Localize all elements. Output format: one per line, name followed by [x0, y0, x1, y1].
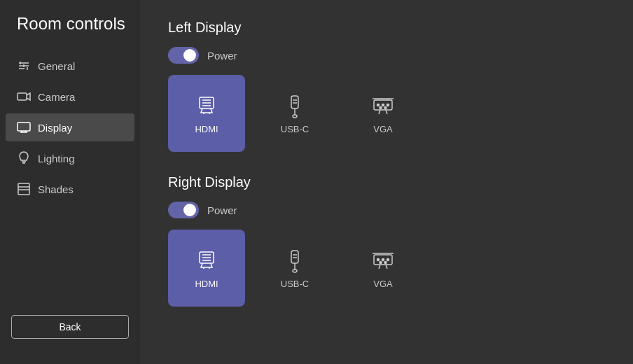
- sidebar-footer: Back: [0, 304, 140, 350]
- svg-point-33: [384, 106, 387, 108]
- right-power-toggle[interactable]: [168, 202, 199, 218]
- right-display-title: Right Display: [168, 174, 605, 190]
- right-vga-label: VGA: [373, 279, 392, 289]
- right-toggle-track: [168, 202, 199, 218]
- right-hdmi-label: HDMI: [195, 279, 218, 289]
- svg-point-24: [293, 115, 297, 118]
- sidebar-item-lighting[interactable]: Lighting: [6, 144, 134, 172]
- sidebar-item-shades[interactable]: Shades: [6, 175, 134, 203]
- left-toggle-track: [168, 47, 199, 64]
- vga-icon: [370, 93, 396, 118]
- svg-point-30: [382, 104, 384, 106]
- left-usbc-label: USB-C: [281, 124, 309, 134]
- svg-point-53: [384, 261, 387, 263]
- right-input-grid: HDMI USB-C: [168, 230, 605, 307]
- left-input-grid: HDMI USB-C: [168, 75, 605, 152]
- right-vga-card[interactable]: VGA: [345, 230, 422, 307]
- sidebar-item-display[interactable]: Display: [6, 113, 134, 141]
- svg-point-29: [377, 104, 380, 106]
- right-toggle-thumb: [183, 204, 196, 216]
- hdmi-icon: [194, 93, 219, 118]
- svg-point-51: [387, 258, 389, 260]
- sidebar-item-general-label: General: [38, 60, 75, 72]
- left-usbc-card[interactable]: USB-C: [256, 75, 333, 152]
- right-hdmi-card[interactable]: HDMI: [168, 230, 245, 307]
- right-display-section: Right Display Power: [168, 174, 605, 307]
- sidebar-nav: General Camera: [0, 50, 140, 304]
- usbc-icon: [282, 93, 307, 118]
- svg-point-31: [387, 104, 389, 106]
- left-power-toggle[interactable]: [168, 47, 199, 64]
- main-content: Left Display Power: [140, 0, 633, 364]
- right-hdmi-icon: [194, 248, 219, 273]
- left-power-label: Power: [207, 50, 237, 62]
- svg-rect-7: [18, 122, 30, 131]
- left-power-row: Power: [168, 47, 605, 64]
- left-hdmi-label: HDMI: [195, 124, 218, 134]
- right-usbc-card[interactable]: USB-C: [256, 230, 333, 307]
- svg-point-50: [382, 258, 384, 260]
- left-toggle-thumb: [183, 49, 196, 62]
- lighting-icon: [17, 151, 31, 165]
- svg-rect-22: [291, 96, 298, 108]
- sidebar-item-display-label: Display: [38, 122, 72, 134]
- svg-rect-42: [291, 251, 298, 263]
- right-usbc-icon: [282, 248, 307, 273]
- camera-icon: [17, 90, 31, 104]
- app-title: Room controls: [0, 14, 140, 50]
- right-usbc-label: USB-C: [281, 279, 309, 289]
- left-vga-label: VGA: [373, 124, 392, 134]
- svg-rect-6: [18, 93, 27, 100]
- svg-line-34: [379, 110, 380, 114]
- left-display-section: Left Display Power: [168, 20, 605, 152]
- sidebar-item-camera-label: Camera: [38, 91, 75, 103]
- svg-line-54: [379, 265, 380, 269]
- svg-point-49: [377, 258, 380, 260]
- display-icon: [17, 120, 31, 134]
- sidebar-item-lighting-label: Lighting: [38, 153, 75, 164]
- sidebar: Room controls General: [0, 0, 140, 364]
- sidebar-item-camera[interactable]: Camera: [6, 83, 134, 111]
- right-vga-icon: [370, 248, 396, 273]
- general-icon: [17, 59, 31, 73]
- svg-point-52: [380, 261, 382, 263]
- svg-point-44: [293, 270, 297, 272]
- svg-point-32: [380, 106, 382, 108]
- svg-line-35: [386, 110, 387, 114]
- left-hdmi-card[interactable]: HDMI: [168, 75, 245, 152]
- app-container: Room controls General: [0, 0, 633, 364]
- left-vga-card[interactable]: VGA: [345, 75, 422, 152]
- back-button[interactable]: Back: [11, 315, 129, 339]
- sidebar-item-general[interactable]: General: [6, 52, 134, 80]
- svg-rect-13: [18, 183, 29, 195]
- left-display-title: Left Display: [168, 20, 605, 36]
- shades-icon: [17, 182, 31, 196]
- right-power-row: Power: [168, 202, 605, 218]
- right-power-label: Power: [207, 204, 237, 216]
- sidebar-item-shades-label: Shades: [38, 183, 74, 195]
- svg-line-55: [386, 265, 387, 269]
